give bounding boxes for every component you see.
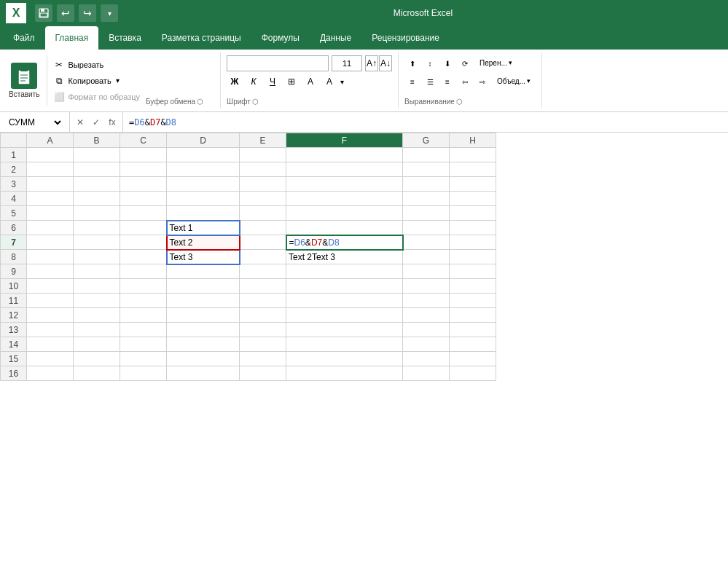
cell-C2[interactable] [120,162,167,177]
cell-D7[interactable]: Text 2 [167,235,240,250]
cell-B14[interactable] [74,337,120,352]
cell-D13[interactable] [167,323,240,337]
cell-D16[interactable] [167,366,240,381]
cell-A14[interactable] [27,337,74,352]
col-header-g[interactable]: G [403,133,450,148]
align-right-button[interactable]: ≡ [439,74,455,90]
name-box-select[interactable]: СУММ [6,117,63,128]
cell-C3[interactable] [120,177,167,192]
cell-C14[interactable] [120,337,167,352]
cell-C5[interactable] [120,206,167,221]
format-painter-button[interactable]: ⬜ Формат по образцу [50,90,143,104]
cell-H6[interactable] [450,221,496,235]
tab-file[interactable]: Файл [3,26,45,50]
cell-F1[interactable] [286,148,403,162]
cell-F16[interactable] [286,366,403,381]
customize-qat-button[interactable]: ▾ [101,4,118,22]
cell-A2[interactable] [27,162,74,177]
cell-E3[interactable] [240,177,286,192]
cell-D12[interactable] [167,308,240,323]
font-decrease-button[interactable]: A↓ [379,55,392,71]
cell-C10[interactable] [120,279,167,294]
tab-home[interactable]: Главная [45,26,99,50]
cell-D9[interactable] [167,264,240,279]
row-header-12[interactable]: 12 [1,308,27,323]
cell-E15[interactable] [240,352,286,366]
cell-G10[interactable] [403,279,450,294]
row-header-11[interactable]: 11 [1,294,27,308]
row-header-6[interactable]: 6 [1,221,27,235]
cell-A1[interactable] [27,148,74,162]
cell-H12[interactable] [450,308,496,323]
confirm-formula-button[interactable]: ✓ [89,115,103,130]
bold-button[interactable]: Ж [227,74,243,90]
cell-D14[interactable] [167,337,240,352]
tab-formulas[interactable]: Формулы [251,26,310,50]
cell-E9[interactable] [240,264,286,279]
cell-C11[interactable] [120,294,167,308]
cell-F11[interactable] [286,294,403,308]
row-header-7[interactable]: 7 [1,235,27,250]
cell-G8[interactable] [403,250,450,264]
cell-G15[interactable] [403,352,450,366]
cell-G11[interactable] [403,294,450,308]
cell-G3[interactable] [403,177,450,192]
cell-D8[interactable]: Text 3 [167,250,240,264]
corner-cell[interactable] [1,133,27,148]
cell-F10[interactable] [286,279,403,294]
cell-H14[interactable] [450,337,496,352]
cell-E2[interactable] [240,162,286,177]
cell-B1[interactable] [74,148,120,162]
row-header-13[interactable]: 13 [1,323,27,337]
cell-F14[interactable] [286,337,403,352]
decrease-indent-button[interactable]: ⇦ [457,74,473,90]
fill-color-button[interactable]: A [302,74,318,90]
cell-F6[interactable] [286,221,403,235]
cell-H7[interactable] [450,235,496,250]
row-header-9[interactable]: 9 [1,264,27,279]
row-header-8[interactable]: 8 [1,250,27,264]
cell-G16[interactable] [403,366,450,381]
cell-B15[interactable] [74,352,120,366]
cell-G14[interactable] [403,337,450,352]
cell-B16[interactable] [74,366,120,381]
cell-A4[interactable] [27,192,74,206]
cell-E16[interactable] [240,366,286,381]
cell-H3[interactable] [450,177,496,192]
cell-G9[interactable] [403,264,450,279]
undo-button[interactable]: ↩ [57,4,74,22]
cell-E1[interactable] [240,148,286,162]
cell-H8[interactable] [450,250,496,264]
cell-D1[interactable] [167,148,240,162]
cell-F7[interactable]: =D6&D7&D8 [286,235,403,250]
cell-C12[interactable] [120,308,167,323]
cell-D2[interactable] [167,162,240,177]
cell-C6[interactable] [120,221,167,235]
cell-D10[interactable] [167,279,240,294]
copy-button[interactable]: ⧉ Копировать ▾ [50,74,143,88]
col-header-f[interactable]: F [286,133,403,148]
col-header-d[interactable]: D [167,133,240,148]
tab-review[interactable]: Рецензирование [361,26,450,50]
increase-indent-button[interactable]: ⇨ [474,74,490,90]
cell-A3[interactable] [27,177,74,192]
row-header-15[interactable]: 15 [1,352,27,366]
cell-F3[interactable] [286,177,403,192]
cell-G6[interactable] [403,221,450,235]
row-header-2[interactable]: 2 [1,162,27,177]
cell-B6[interactable] [74,221,120,235]
col-header-b[interactable]: B [74,133,120,148]
cell-A9[interactable] [27,264,74,279]
border-button[interactable]: ⊞ [283,74,300,90]
cell-H9[interactable] [450,264,496,279]
cell-E14[interactable] [240,337,286,352]
redo-button[interactable]: ↪ [79,4,96,22]
cell-G12[interactable] [403,308,450,323]
cell-F12[interactable] [286,308,403,323]
col-header-c[interactable]: C [120,133,167,148]
align-middle-button[interactable]: ↕ [422,55,438,71]
cell-D6[interactable]: Text 1 [167,221,240,235]
cell-E10[interactable] [240,279,286,294]
cell-F9[interactable] [286,264,403,279]
col-header-h[interactable]: H [450,133,496,148]
